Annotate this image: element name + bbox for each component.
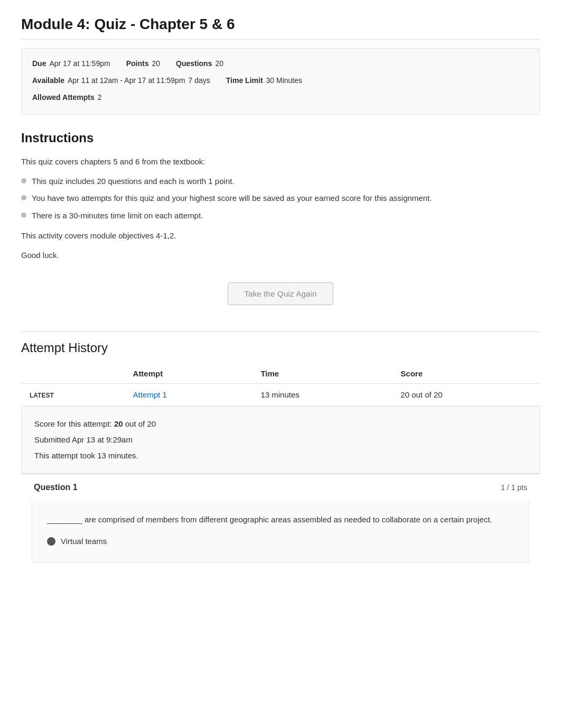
points-label: Points <box>126 56 149 71</box>
score-bold: 20 <box>114 419 123 428</box>
score-summary: Score for this attempt: 20 out of 20 Sub… <box>21 406 540 474</box>
meta-available: Available Apr 11 at 12am - Apr 17 at 11:… <box>32 73 210 88</box>
instructions-outro2: Good luck. <box>21 250 540 262</box>
attempt-history-heading: Attempt History <box>21 331 540 355</box>
take-quiz-button[interactable]: Take the Quiz Again <box>228 282 333 305</box>
bullet-item-3: There is a 30-minutes time limit on each… <box>21 210 540 222</box>
meta-points: Points 20 <box>126 56 160 71</box>
question-title: Question 1 <box>34 483 78 492</box>
score-suffix: out of 20 <box>123 419 156 428</box>
meta-questions: Questions 20 <box>176 56 223 71</box>
instructions-bullet-list: This quiz includes 20 questions and each… <box>21 176 540 222</box>
answer-option-1: Virtual teams <box>47 537 514 546</box>
meta-due: Due Apr 17 at 11:59pm <box>32 56 110 71</box>
available-label: Available <box>32 73 64 88</box>
attempt-link-cell[interactable]: Attempt 1 <box>125 384 253 406</box>
table-header-row: Attempt Time Score <box>21 364 540 384</box>
bullet-item-1: This quiz includes 20 questions and each… <box>21 176 540 188</box>
col-header-score: Score <box>392 364 540 384</box>
questions-value: 20 <box>215 56 223 71</box>
instructions-heading: Instructions <box>21 131 540 145</box>
meta-row-1: Due Apr 17 at 11:59pm Points 20 Question… <box>32 56 529 71</box>
instructions-intro: This quiz covers chapters 5 and 6 from t… <box>21 156 540 168</box>
radio-button-1 <box>47 537 55 546</box>
meta-section: Due Apr 17 at 11:59pm Points 20 Question… <box>21 48 540 115</box>
questions-label: Questions <box>176 56 212 71</box>
time-limit-label: Time Limit <box>226 73 263 88</box>
meta-row-2: Available Apr 11 at 12am - Apr 17 at 11:… <box>32 73 529 88</box>
question-body: ________ are comprised of members from d… <box>32 501 529 563</box>
page-wrapper: Module 4: Quiz - Chapter 5 & 6 Due Apr 1… <box>0 0 561 579</box>
table-row: LATEST Attempt 1 13 minutes 20 out of 20 <box>21 384 540 406</box>
due-value: Apr 17 at 11:59pm <box>49 56 110 71</box>
question-header: Question 1 1 / 1 pts <box>21 474 540 501</box>
bullet-item-2: You have two attempts for this quiz and … <box>21 192 540 205</box>
allowed-attempts-label: Allowed Attempts <box>32 90 95 105</box>
allowed-attempts-value: 2 <box>98 90 102 105</box>
attempt-history-table: Attempt Time Score LATEST Attempt 1 13 m… <box>21 364 540 406</box>
score-line: Score for this attempt: 20 out of 20 <box>34 416 527 432</box>
submitted-line: Submitted Apr 13 at 9:29am <box>34 432 527 448</box>
meta-time-limit: Time Limit 30 Minutes <box>226 73 302 88</box>
bullet-text-3: There is a 30-minutes time limit on each… <box>32 210 203 222</box>
attempt-score: 20 out of 20 <box>392 384 540 406</box>
available-value: Apr 11 at 12am - Apr 17 at 11:59pm <box>68 73 185 88</box>
col-header-time: Time <box>252 364 392 384</box>
due-label: Due <box>32 56 46 71</box>
question-text: ________ are comprised of members from d… <box>47 513 514 526</box>
answer-label-1: Virtual teams <box>61 537 107 546</box>
col-header-blank <box>21 364 125 384</box>
meta-allowed-attempts: Allowed Attempts 2 <box>32 90 102 105</box>
bullet-text-2: You have two attempts for this quiz and … <box>32 192 432 205</box>
col-header-attempt: Attempt <box>125 364 253 384</box>
attempt-1-link[interactable]: Attempt 1 <box>133 390 167 399</box>
score-prefix: Score for this attempt: <box>34 419 114 428</box>
meta-row-3: Allowed Attempts 2 <box>32 90 529 105</box>
button-area: Take the Quiz Again <box>21 282 540 305</box>
bullet-dot-1 <box>21 178 26 183</box>
page-title: Module 4: Quiz - Chapter 5 & 6 <box>21 16 540 40</box>
bullet-text-1: This quiz includes 20 questions and each… <box>32 176 235 188</box>
question-section: Question 1 1 / 1 pts ________ are compri… <box>21 474 540 563</box>
bullet-dot-3 <box>21 213 26 218</box>
latest-badge: LATEST <box>21 384 125 406</box>
took-line: This attempt took 13 minutes. <box>34 448 527 464</box>
attempt-time: 13 minutes <box>252 384 392 406</box>
bullet-dot-2 <box>21 195 26 200</box>
points-value: 20 <box>152 56 160 71</box>
question-points: 1 / 1 pts <box>501 483 527 492</box>
time-limit-value: 30 Minutes <box>266 73 302 88</box>
instructions-outro1: This activity covers module objectives 4… <box>21 230 540 242</box>
available-days: 7 days <box>189 73 210 88</box>
